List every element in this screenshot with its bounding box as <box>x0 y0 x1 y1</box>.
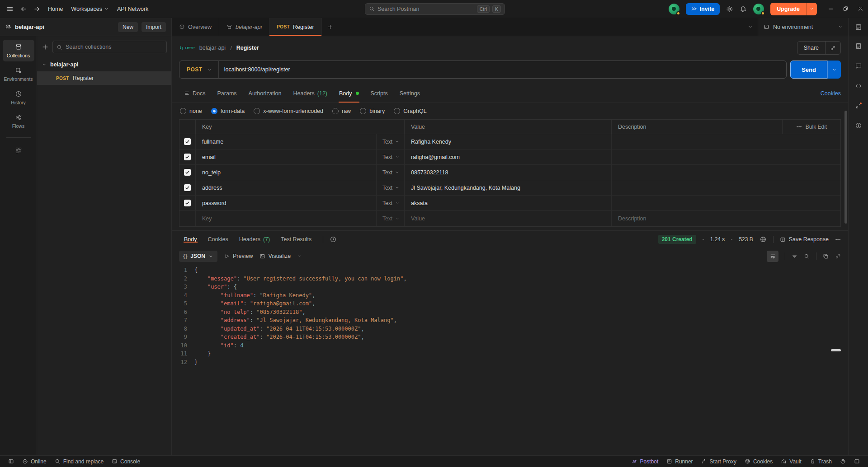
nav-workspaces[interactable]: Workspaces <box>70 4 110 14</box>
link-icon[interactable] <box>835 253 841 259</box>
wrap-text-button[interactable] <box>767 251 778 262</box>
key-cell[interactable]: address <box>196 180 377 195</box>
request-tab-settings[interactable]: Settings <box>395 84 425 103</box>
type-selector[interactable]: Text <box>377 180 405 195</box>
key-cell[interactable]: Key <box>196 211 377 226</box>
add-collection-icon[interactable] <box>42 43 49 51</box>
key-cell[interactable]: email <box>196 149 377 164</box>
response-time[interactable]: 1.24 s <box>710 236 725 243</box>
menu-icon[interactable] <box>6 5 14 13</box>
chevron-down-icon[interactable] <box>42 62 47 67</box>
description-cell[interactable] <box>612 165 840 180</box>
gear-icon[interactable] <box>726 5 733 13</box>
row-checkbox[interactable] <box>184 138 191 145</box>
bulk-edit-button[interactable]: Bulk Edit <box>783 120 840 134</box>
console-button[interactable]: Console <box>108 457 144 466</box>
comment-icon[interactable] <box>855 62 862 70</box>
value-cell[interactable]: Rafigha Kenedy <box>405 134 612 149</box>
description-cell[interactable]: Description <box>612 211 840 226</box>
restore-icon[interactable] <box>843 6 849 12</box>
copy-icon[interactable] <box>823 253 829 259</box>
body-mode-none[interactable]: none <box>180 108 202 114</box>
request-tab-headers[interactable]: Headers(12) <box>288 84 332 103</box>
response-tab-cookies[interactable]: Cookies <box>203 236 233 243</box>
copy-link-button[interactable] <box>825 42 840 54</box>
tab-list-dropdown[interactable] <box>743 18 758 36</box>
environment-selector[interactable]: No environment <box>758 18 848 36</box>
type-selector[interactable]: Text <box>377 134 405 149</box>
request-tab-params[interactable]: Params <box>212 84 241 103</box>
close-icon[interactable] <box>858 6 863 12</box>
tab-register[interactable]: POSTRegister <box>269 18 321 36</box>
row-checkbox[interactable] <box>184 154 191 160</box>
trash-button[interactable]: Trash <box>806 457 835 466</box>
method-selector[interactable]: POST <box>179 61 218 78</box>
sidebar-item-history[interactable]: History <box>3 87 34 108</box>
type-selector[interactable]: Text <box>377 211 405 226</box>
share-button[interactable]: Share <box>797 42 825 54</box>
response-more-icon[interactable] <box>835 237 841 243</box>
sidebar-item-collections[interactable]: Collections <box>3 40 34 61</box>
response-size[interactable]: 523 B <box>739 236 753 243</box>
user-avatar[interactable] <box>753 4 764 14</box>
row-checkbox[interactable] <box>184 200 191 206</box>
collections-search[interactable] <box>52 41 167 53</box>
breadcrumb-collection[interactable]: belajar-api <box>199 45 226 51</box>
scrollbar-thumb[interactable] <box>844 111 847 224</box>
key-cell[interactable]: no_telp <box>196 165 377 180</box>
nav-home[interactable]: Home <box>47 4 64 14</box>
import-button[interactable]: Import <box>142 22 166 32</box>
help-button[interactable] <box>836 457 849 466</box>
forward-icon[interactable] <box>33 5 41 13</box>
viewer-options-icon[interactable] <box>297 254 302 259</box>
body-mode-form-data[interactable]: form-data <box>211 108 245 114</box>
two-pane-button[interactable] <box>850 457 863 466</box>
global-search[interactable]: Ctrl K <box>365 3 505 15</box>
response-body[interactable]: 1{2 "message": "User registered successf… <box>172 264 848 455</box>
cookies-button[interactable]: Cookies <box>741 457 776 466</box>
collection-item[interactable]: belajar-api <box>37 58 171 71</box>
avatar[interactable] <box>669 4 679 14</box>
response-history-icon[interactable] <box>330 236 337 243</box>
visualize-button[interactable]: Visualize <box>259 253 291 259</box>
description-cell[interactable] <box>612 134 840 149</box>
vault-button[interactable]: Vault <box>777 457 805 466</box>
tab-belajar-api[interactable]: belajar-api <box>219 18 269 36</box>
request-tab-scripts[interactable]: Scripts <box>366 84 393 103</box>
breadcrumb-request-name[interactable]: Register <box>236 45 259 51</box>
related-requests-icon[interactable] <box>855 102 862 109</box>
value-cell[interactable]: 085730322118 <box>405 165 612 180</box>
global-search-input[interactable] <box>377 6 474 12</box>
value-cell[interactable]: rafigha@gmail.com <box>405 149 612 164</box>
format-selector[interactable]: {} JSON <box>179 251 217 262</box>
preview-button[interactable]: Preview <box>224 253 253 259</box>
request-tab-authorization[interactable]: Authorization <box>244 84 287 103</box>
filter-icon[interactable] <box>792 253 797 259</box>
response-tab-body[interactable]: Body <box>179 236 202 243</box>
body-mode-x-www-form-urlencoded[interactable]: x-www-form-urlencoded <box>254 108 323 114</box>
sidebar-item-flows[interactable]: Flows <box>3 110 34 132</box>
postbot-button[interactable]: Postbot <box>628 457 662 466</box>
tab-overview[interactable]: Overview <box>172 18 219 36</box>
request-tab-body[interactable]: Body <box>334 84 364 103</box>
documentation-icon[interactable] <box>855 42 862 50</box>
description-cell[interactable] <box>612 196 840 210</box>
info-icon[interactable] <box>855 122 862 129</box>
search-response-icon[interactable] <box>804 253 810 259</box>
status-badge[interactable]: 201 Created <box>658 235 696 244</box>
save-response-button[interactable]: Save Response <box>780 236 829 243</box>
environment-quick-look[interactable] <box>848 18 868 36</box>
response-tab-headers[interactable]: Headers(7) <box>234 236 275 243</box>
collections-search-input[interactable] <box>66 44 163 50</box>
start-proxy-button[interactable]: Start Proxy <box>698 457 740 466</box>
toggle-sidebar-button[interactable] <box>5 457 18 466</box>
nav-api-network[interactable]: API Network <box>116 4 149 14</box>
description-cell[interactable] <box>612 149 840 164</box>
new-tab-button[interactable] <box>322 18 339 36</box>
pane-resize-handle[interactable] <box>831 349 841 351</box>
find-and-replace-button[interactable]: Find and replace <box>51 457 107 466</box>
row-checkbox[interactable] <box>184 184 191 191</box>
body-mode-graphql[interactable]: GraphQL <box>394 108 426 114</box>
cookies-link[interactable]: Cookies <box>821 84 841 103</box>
invite-button[interactable]: Invite <box>686 3 720 15</box>
